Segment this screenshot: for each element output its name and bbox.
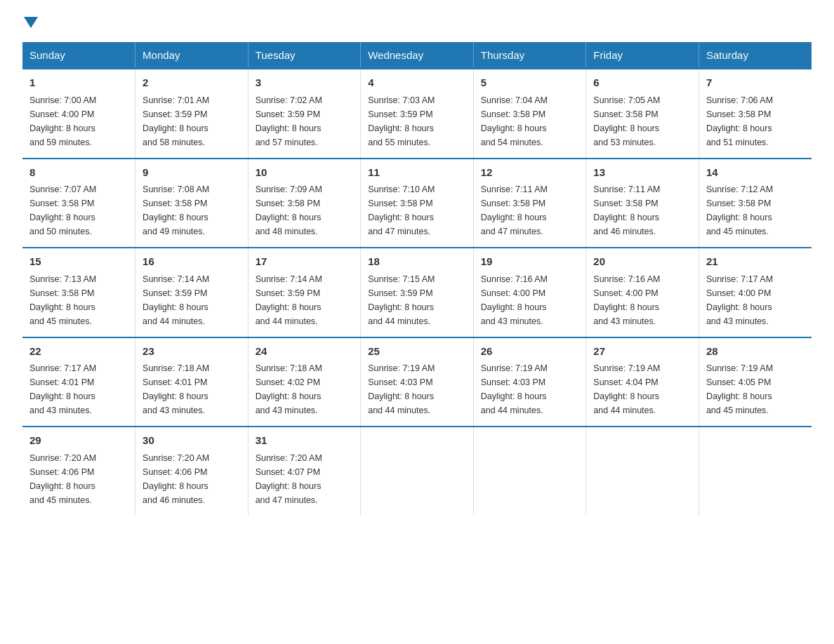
calendar-cell: 14Sunrise: 7:12 AMSunset: 3:58 PMDayligh… [699,159,812,248]
calendar-week-row: 29Sunrise: 7:20 AMSunset: 4:06 PMDayligh… [22,427,812,516]
day-info: Sunrise: 7:02 AMSunset: 3:59 PMDaylight:… [256,95,322,147]
logo-triangle-icon [24,17,38,28]
day-number: 16 [143,254,241,270]
day-info: Sunrise: 7:08 AMSunset: 3:58 PMDaylight:… [143,185,209,236]
calendar-cell: 8Sunrise: 7:07 AMSunset: 3:58 PMDaylight… [22,159,135,248]
column-header-tuesday: Tuesday [248,42,361,69]
calendar-cell: 29Sunrise: 7:20 AMSunset: 4:06 PMDayligh… [22,427,135,516]
day-number: 5 [481,75,579,91]
day-info: Sunrise: 7:19 AMSunset: 4:03 PMDaylight:… [368,363,435,415]
column-header-sunday: Sunday [22,42,135,69]
calendar-cell: 21Sunrise: 7:17 AMSunset: 4:00 PMDayligh… [699,248,812,337]
calendar-cell: 7Sunrise: 7:06 AMSunset: 3:58 PMDaylight… [699,69,812,159]
column-header-monday: Monday [135,42,249,69]
logo [22,17,39,28]
calendar-cell: 11Sunrise: 7:10 AMSunset: 3:58 PMDayligh… [361,159,474,248]
day-number: 6 [593,75,691,91]
calendar-cell: 20Sunrise: 7:16 AMSunset: 4:00 PMDayligh… [586,248,699,337]
day-info: Sunrise: 7:14 AMSunset: 3:59 PMDaylight:… [143,274,209,326]
day-info: Sunrise: 7:11 AMSunset: 3:58 PMDaylight:… [481,185,548,236]
calendar-cell [586,427,699,516]
day-info: Sunrise: 7:20 AMSunset: 4:07 PMDaylight:… [256,453,322,505]
calendar-week-row: 8Sunrise: 7:07 AMSunset: 3:58 PMDaylight… [22,159,812,248]
column-header-saturday: Saturday [699,42,812,69]
day-number: 23 [143,344,241,360]
day-number: 12 [481,165,579,181]
calendar-cell: 3Sunrise: 7:02 AMSunset: 3:59 PMDaylight… [248,69,361,159]
calendar-week-row: 1Sunrise: 7:00 AMSunset: 4:00 PMDaylight… [22,69,812,159]
day-info: Sunrise: 7:10 AMSunset: 3:58 PMDaylight:… [368,185,435,236]
day-info: Sunrise: 7:18 AMSunset: 4:02 PMDaylight:… [256,363,322,415]
day-info: Sunrise: 7:11 AMSunset: 3:58 PMDaylight:… [593,185,660,236]
calendar-cell: 27Sunrise: 7:19 AMSunset: 4:04 PMDayligh… [586,337,699,427]
day-info: Sunrise: 7:01 AMSunset: 3:59 PMDaylight:… [143,95,209,147]
day-info: Sunrise: 7:12 AMSunset: 3:58 PMDaylight:… [706,185,773,236]
page-header [22,17,812,28]
calendar-cell: 25Sunrise: 7:19 AMSunset: 4:03 PMDayligh… [361,337,474,427]
day-number: 1 [29,75,128,91]
calendar-cell [699,427,812,516]
day-info: Sunrise: 7:15 AMSunset: 3:59 PMDaylight:… [368,274,435,326]
calendar-week-row: 22Sunrise: 7:17 AMSunset: 4:01 PMDayligh… [22,337,812,427]
day-number: 4 [368,75,466,91]
calendar-cell: 30Sunrise: 7:20 AMSunset: 4:06 PMDayligh… [135,427,249,516]
calendar-cell: 9Sunrise: 7:08 AMSunset: 3:58 PMDaylight… [135,159,249,248]
day-info: Sunrise: 7:17 AMSunset: 4:00 PMDaylight:… [706,274,773,326]
calendar-cell: 1Sunrise: 7:00 AMSunset: 4:00 PMDaylight… [22,69,135,159]
day-info: Sunrise: 7:07 AMSunset: 3:58 PMDaylight:… [29,185,96,236]
day-number: 13 [593,165,691,181]
day-number: 31 [256,433,354,449]
calendar-cell: 2Sunrise: 7:01 AMSunset: 3:59 PMDaylight… [135,69,249,159]
calendar-cell: 16Sunrise: 7:14 AMSunset: 3:59 PMDayligh… [135,248,249,337]
day-info: Sunrise: 7:18 AMSunset: 4:01 PMDaylight:… [143,363,209,415]
day-number: 14 [706,165,805,181]
calendar-table: SundayMondayTuesdayWednesdayThursdayFrid… [22,42,812,516]
calendar-cell: 4Sunrise: 7:03 AMSunset: 3:59 PMDaylight… [361,69,474,159]
calendar-header-row: SundayMondayTuesdayWednesdayThursdayFrid… [22,42,812,69]
day-number: 19 [481,254,579,270]
day-number: 10 [256,165,354,181]
day-info: Sunrise: 7:04 AMSunset: 3:58 PMDaylight:… [481,95,548,147]
calendar-week-row: 15Sunrise: 7:13 AMSunset: 3:58 PMDayligh… [22,248,812,337]
calendar-cell: 18Sunrise: 7:15 AMSunset: 3:59 PMDayligh… [361,248,474,337]
column-header-wednesday: Wednesday [361,42,474,69]
calendar-cell [361,427,474,516]
day-info: Sunrise: 7:14 AMSunset: 3:59 PMDaylight:… [256,274,322,326]
calendar-cell: 28Sunrise: 7:19 AMSunset: 4:05 PMDayligh… [699,337,812,427]
day-info: Sunrise: 7:19 AMSunset: 4:05 PMDaylight:… [706,363,773,415]
day-number: 8 [29,165,128,181]
calendar-cell: 10Sunrise: 7:09 AMSunset: 3:58 PMDayligh… [248,159,361,248]
day-info: Sunrise: 7:19 AMSunset: 4:03 PMDaylight:… [481,363,548,415]
day-info: Sunrise: 7:16 AMSunset: 4:00 PMDaylight:… [481,274,548,326]
day-number: 24 [256,344,354,360]
day-info: Sunrise: 7:20 AMSunset: 4:06 PMDaylight:… [29,453,96,505]
day-number: 21 [706,254,805,270]
calendar-cell: 19Sunrise: 7:16 AMSunset: 4:00 PMDayligh… [473,248,586,337]
day-info: Sunrise: 7:06 AMSunset: 3:58 PMDaylight:… [706,95,773,147]
calendar-cell: 23Sunrise: 7:18 AMSunset: 4:01 PMDayligh… [135,337,249,427]
day-number: 20 [593,254,691,270]
day-number: 11 [368,165,466,181]
calendar-cell: 24Sunrise: 7:18 AMSunset: 4:02 PMDayligh… [248,337,361,427]
column-header-thursday: Thursday [473,42,586,69]
day-number: 7 [706,75,805,91]
calendar-cell: 17Sunrise: 7:14 AMSunset: 3:59 PMDayligh… [248,248,361,337]
day-number: 22 [29,344,128,360]
day-number: 29 [29,433,128,449]
calendar-cell: 12Sunrise: 7:11 AMSunset: 3:58 PMDayligh… [473,159,586,248]
day-number: 2 [143,75,241,91]
calendar-cell: 5Sunrise: 7:04 AMSunset: 3:58 PMDaylight… [473,69,586,159]
calendar-cell: 31Sunrise: 7:20 AMSunset: 4:07 PMDayligh… [248,427,361,516]
day-info: Sunrise: 7:13 AMSunset: 3:58 PMDaylight:… [29,274,96,326]
day-number: 26 [481,344,579,360]
calendar-cell: 26Sunrise: 7:19 AMSunset: 4:03 PMDayligh… [473,337,586,427]
day-info: Sunrise: 7:17 AMSunset: 4:01 PMDaylight:… [29,363,96,415]
day-number: 27 [593,344,691,360]
day-info: Sunrise: 7:16 AMSunset: 4:00 PMDaylight:… [593,274,660,326]
day-info: Sunrise: 7:03 AMSunset: 3:59 PMDaylight:… [368,95,435,147]
day-number: 9 [143,165,241,181]
day-number: 30 [143,433,241,449]
day-number: 3 [256,75,354,91]
day-info: Sunrise: 7:09 AMSunset: 3:58 PMDaylight:… [256,185,322,236]
calendar-cell [473,427,586,516]
